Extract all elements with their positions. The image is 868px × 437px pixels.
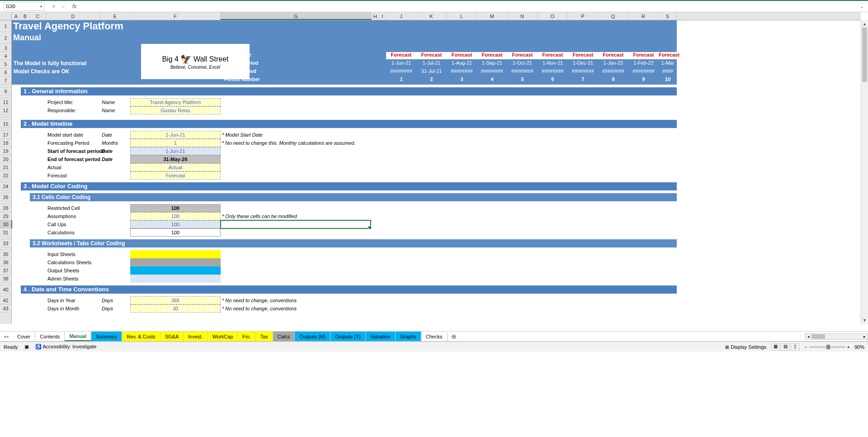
- row-header-38[interactable]: 38: [0, 275, 11, 283]
- zoom-slider[interactable]: − +: [804, 344, 850, 350]
- formula-expand-icon[interactable]: ⌄: [858, 4, 865, 9]
- tab-workcap[interactable]: WorkCap: [208, 332, 238, 341]
- row-header-3[interactable]: 3: [0, 44, 11, 52]
- column-header-C[interactable]: C: [30, 12, 46, 20]
- formula-input[interactable]: [79, 2, 858, 11]
- tab-sg-a[interactable]: SG&A: [160, 332, 184, 341]
- tab-fin-[interactable]: Fin.: [238, 332, 255, 341]
- cells-area[interactable]: Travel Agency PlatformManualThe Model is…: [12, 20, 861, 324]
- row-header-26[interactable]: 26: [0, 193, 11, 201]
- tab-outputs-y-[interactable]: Outputs (Y): [330, 332, 365, 341]
- hscroll-left-icon[interactable]: ◂: [805, 334, 811, 339]
- column-header-M[interactable]: M: [477, 12, 507, 20]
- row-header-30[interactable]: 30: [0, 220, 12, 228]
- row-header-40[interactable]: 40: [0, 285, 11, 294]
- zoom-in-icon[interactable]: +: [847, 344, 850, 350]
- spreadsheet-grid: ABCDEFGHIJKLMNOPQRS 12345679111215171819…: [0, 12, 868, 332]
- tab-contents[interactable]: Contents: [35, 332, 65, 341]
- tab-rev-costs[interactable]: Rev. & Costs: [122, 332, 160, 341]
- tab-split-handle[interactable]: ⋮: [798, 334, 803, 339]
- tab-summary[interactable]: Summary: [91, 332, 122, 341]
- fx-icon[interactable]: fx: [72, 3, 76, 10]
- row-header-29[interactable]: 29: [0, 212, 11, 220]
- tab-valuation[interactable]: Valuation: [366, 332, 396, 341]
- column-header-F[interactable]: F: [130, 12, 221, 20]
- row-header-12[interactable]: 12: [0, 106, 11, 114]
- tab-outputs-m-[interactable]: Outputs (M): [295, 332, 330, 341]
- column-header-P[interactable]: P: [568, 12, 598, 20]
- row-header-15[interactable]: 15: [0, 120, 11, 128]
- zoom-level[interactable]: 90%: [854, 344, 864, 350]
- row-header-20[interactable]: 20: [0, 155, 11, 163]
- select-all-corner[interactable]: [0, 12, 12, 20]
- row-header-19[interactable]: 19: [0, 147, 11, 155]
- tab-tax[interactable]: Tax: [256, 332, 273, 341]
- tab-manual[interactable]: Manual: [65, 332, 91, 341]
- tab-checks[interactable]: Checks: [421, 332, 448, 341]
- column-header-N[interactable]: N: [507, 12, 538, 20]
- column-header-B[interactable]: B: [21, 12, 30, 20]
- sheet-tabs: CoverContentsManualSummaryRev. & CostsSG…: [13, 332, 448, 341]
- column-header-E[interactable]: E: [100, 12, 130, 20]
- column-header-J[interactable]: J: [386, 12, 416, 20]
- row-header-5[interactable]: 5: [0, 60, 11, 68]
- scroll-up-icon[interactable]: ▲: [861, 20, 868, 28]
- tab-first-icon[interactable]: ◂: [4, 334, 6, 339]
- tab-graphs[interactable]: Graphs: [396, 332, 421, 341]
- tab-invest-[interactable]: Invest.: [184, 332, 208, 341]
- row-header-6[interactable]: 6: [0, 68, 11, 76]
- column-header-L[interactable]: L: [447, 12, 477, 20]
- column-header-O[interactable]: O: [538, 12, 568, 20]
- column-header-A[interactable]: A: [12, 12, 21, 20]
- row-header-42[interactable]: 42: [0, 296, 11, 304]
- cancel-icon[interactable]: ✕: [50, 4, 57, 10]
- column-header-G[interactable]: G: [221, 12, 372, 20]
- accessibility-status[interactable]: ♿ Accessibility: Investigate: [35, 344, 97, 350]
- page-break-icon[interactable]: ▯: [791, 343, 800, 351]
- row-header-2[interactable]: 2: [0, 32, 11, 44]
- zoom-out-icon[interactable]: −: [804, 344, 807, 350]
- row-header-31[interactable]: 31: [0, 228, 11, 237]
- row-header-28[interactable]: 28: [0, 204, 11, 212]
- scroll-down-icon[interactable]: ▼: [861, 317, 868, 324]
- row-header-43[interactable]: 43: [0, 304, 11, 313]
- hscroll-thumb[interactable]: [811, 334, 825, 339]
- row-header-4[interactable]: 4: [0, 52, 11, 60]
- horizontal-scrollbar[interactable]: ◂ ▸: [805, 333, 868, 340]
- row-header-22[interactable]: 22: [0, 171, 11, 180]
- row-header-21[interactable]: 21: [0, 163, 11, 171]
- hscroll-right-icon[interactable]: ▸: [861, 334, 868, 339]
- normal-view-icon[interactable]: ▦: [771, 343, 780, 351]
- row-header-7[interactable]: 7: [0, 76, 11, 85]
- column-header-R[interactable]: R: [628, 12, 659, 20]
- page-layout-icon[interactable]: ▤: [781, 343, 790, 351]
- new-sheet-button[interactable]: ⊕: [448, 333, 460, 340]
- row-header-35[interactable]: 35: [0, 250, 11, 258]
- vertical-scrollbar[interactable]: ▲ ▼: [861, 20, 868, 324]
- row-header-9[interactable]: 9: [0, 87, 11, 95]
- tab-calcs[interactable]: Calcs: [273, 332, 295, 341]
- row-header-37[interactable]: 37: [0, 266, 11, 275]
- tab-cover[interactable]: Cover: [13, 332, 35, 341]
- display-settings[interactable]: 🖥 Display Settings: [724, 344, 766, 350]
- column-header-I[interactable]: I: [379, 12, 386, 20]
- row-header-33[interactable]: 33: [0, 239, 11, 247]
- column-header-S[interactable]: S: [659, 12, 677, 20]
- tab-last-icon[interactable]: ▸: [7, 334, 9, 339]
- row-header-24[interactable]: 24: [0, 182, 11, 190]
- column-header-H[interactable]: H: [372, 12, 379, 20]
- name-box-dropdown-icon[interactable]: ▾: [40, 5, 42, 9]
- row-header-36[interactable]: 36: [0, 258, 11, 266]
- enter-icon[interactable]: ✓: [60, 4, 67, 10]
- row-header-17[interactable]: 17: [0, 131, 11, 139]
- row-header-18[interactable]: 18: [0, 139, 11, 147]
- column-header-K[interactable]: K: [416, 12, 447, 20]
- column-header-D[interactable]: D: [46, 12, 100, 20]
- zoom-track[interactable]: [809, 346, 845, 348]
- macro-record-icon[interactable]: ▣: [24, 344, 29, 350]
- column-header-Q[interactable]: Q: [598, 12, 628, 20]
- row-header-11[interactable]: 11: [0, 98, 11, 106]
- scroll-thumb[interactable]: [862, 28, 867, 82]
- row-header-1[interactable]: 1: [0, 20, 11, 32]
- name-box[interactable]: G30 ▾: [4, 2, 44, 11]
